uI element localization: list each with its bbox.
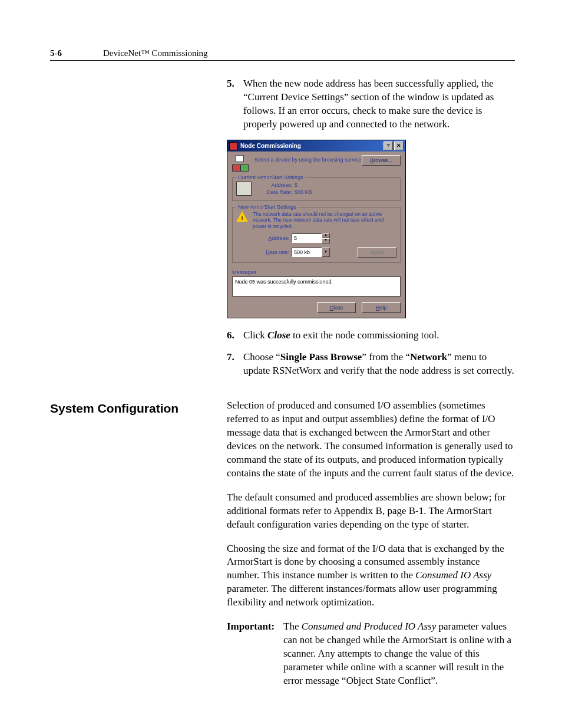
dialog-titlebar: Node Commissioning ? ✕ xyxy=(227,140,405,151)
close-button[interactable]: Close xyxy=(317,302,356,313)
section-heading: System Configuration xyxy=(50,400,227,417)
step-text: Click Close to exit the node commissioni… xyxy=(243,329,515,342)
new-settings-group: New ArmorStart Settings ! The network da… xyxy=(232,207,401,263)
current-settings-group: Current ArmorStart Settings Address:5 Da… xyxy=(232,177,401,201)
messages-label: Messages xyxy=(232,269,401,276)
warning-text: The network data rate should not be chan… xyxy=(253,211,396,229)
step-text: When the new node address has been succe… xyxy=(243,77,515,131)
step-7: 7. Choose “Single Pass Browse” from the … xyxy=(227,351,515,378)
step-text: Choose “Single Pass Browse” from the “Ne… xyxy=(243,351,515,378)
new-address-label: Address: xyxy=(236,235,289,242)
important-note: Important: The Consumed and Produced IO … xyxy=(227,620,515,688)
address-spinner[interactable]: ▲▼ xyxy=(322,233,330,243)
browse-button[interactable]: Browse... xyxy=(362,155,401,166)
help-button[interactable]: Help xyxy=(362,302,401,313)
messages-box: Node 05 was successfully commissioned. xyxy=(232,276,401,297)
apply-button[interactable]: Apply xyxy=(358,247,396,258)
step-number: 7. xyxy=(227,351,243,378)
step-5: 5. When the new node address has been su… xyxy=(227,77,515,131)
device-icon xyxy=(236,182,252,196)
dropdown-arrow-icon[interactable]: ▼ xyxy=(322,248,330,257)
titlebar-close-button[interactable]: ✕ xyxy=(394,141,404,150)
new-datarate-label: Data rate: xyxy=(236,249,289,256)
group-legend: New ArmorStart Settings xyxy=(236,203,298,210)
network-icon xyxy=(232,155,249,172)
page-number: 5-6 xyxy=(50,47,62,59)
important-label: Important: xyxy=(227,620,283,688)
titlebar-help-button[interactable]: ? xyxy=(384,141,393,150)
address-label: Address: xyxy=(260,182,292,189)
warning-icon: ! xyxy=(236,211,248,222)
datarate-select[interactable]: 500 kb xyxy=(292,248,322,257)
paragraph: Choosing the size and format of the I/O … xyxy=(227,542,515,610)
datarate-value: 500 KB xyxy=(295,189,312,195)
page-header: 5-6 DeviceNet™ Commissioning xyxy=(50,47,515,61)
paragraph: The default consumed and produced assemb… xyxy=(227,491,515,532)
address-input[interactable]: 5 xyxy=(292,233,322,243)
app-icon xyxy=(229,142,237,150)
group-legend: Current ArmorStart Settings xyxy=(236,174,305,181)
datarate-label: Data Rate: xyxy=(260,189,292,196)
address-value: 5 xyxy=(295,182,297,188)
important-text: The Consumed and Produced IO Assy parame… xyxy=(283,620,515,688)
step-number: 5. xyxy=(227,77,243,131)
dialog-title: Node Commissioning xyxy=(240,142,382,150)
node-commissioning-dialog: Node Commissioning ? ✕ Select a device b… xyxy=(227,140,406,318)
step-number: 6. xyxy=(227,329,243,342)
header-title: DeviceNet™ Commissioning xyxy=(103,47,208,59)
step-6: 6. Click Close to exit the node commissi… xyxy=(227,329,515,342)
paragraph: Selection of produced and consumed I/O a… xyxy=(227,399,515,480)
instruction-text: Select a device by using the browsing se… xyxy=(254,155,362,163)
